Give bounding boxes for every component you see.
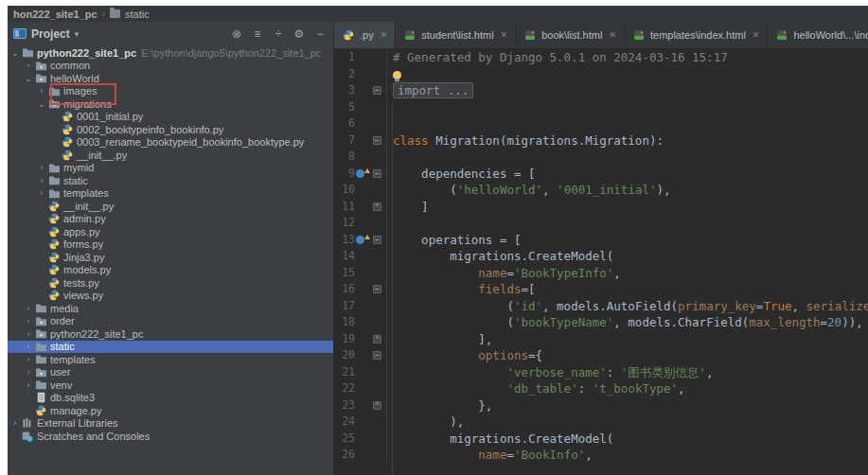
python-icon	[47, 226, 61, 238]
close-tab-icon[interactable]: ✕	[381, 30, 388, 40]
code-editor[interactable]: 1# Generated by Django 5.0.1 on 2024-03-…	[334, 49, 868, 475]
tree-item-0003-rename-booktypeid-bookinfo-booktype-py[interactable]: 0003_rename_booktypeid_bookinfo_booktype…	[8, 136, 333, 150]
fold-collapse-icon[interactable]: −	[373, 169, 381, 178]
tree-item-label: db.sqlite3	[50, 392, 95, 403]
override-gutter-icon[interactable]	[356, 169, 364, 178]
tree-item-python222-site1-pc[interactable]: ⌄python222_site1_pcE:\python\django5\pyt…	[8, 46, 333, 60]
fold-collapse-icon[interactable]: −	[373, 285, 381, 293]
breadcrumb-project[interactable]: hon222_site1_pc	[13, 9, 97, 20]
scratches-icon	[21, 431, 34, 442]
editor-tab-book-list-html[interactable]: book\list.html✕	[516, 22, 625, 48]
chevron-right-icon[interactable]: ›	[36, 163, 47, 172]
tree-item-templates[interactable]: ›templates	[8, 353, 333, 366]
project-panel: Project ▾ ⊗≡÷⚙− ⌄python222_site1_pcE:\py…	[8, 22, 334, 475]
tree-item-0002-booktypeinfo-bookinfo-py[interactable]: 0002_booktypeinfo_bookinfo.py	[8, 123, 333, 136]
tree-item-label: templates	[50, 354, 96, 365]
chevron-right-icon[interactable]: ›	[23, 61, 34, 70]
editor-tab-helloworld-index-html[interactable]: helloWorld\...\index.html✕	[768, 22, 868, 48]
tree-item-apps-py[interactable]: apps.py	[8, 225, 333, 238]
tree-item-label: __init__.py	[77, 150, 127, 161]
tab-label: .py	[360, 29, 374, 41]
tree-item-static[interactable]: ›static	[8, 341, 333, 354]
tree-item-forms-py[interactable]: forms.py	[8, 238, 333, 252]
tree-item-images[interactable]: ›images	[8, 85, 333, 98]
tree-item-common[interactable]: ›common	[8, 60, 333, 73]
chevron-right-icon[interactable]: ›	[23, 367, 34, 377]
fold-collapse-icon[interactable]: −	[373, 86, 381, 95]
code-line-16: 16− fields=[	[334, 281, 868, 298]
override-gutter-icon[interactable]	[356, 236, 364, 244]
chevron-right-icon[interactable]: ›	[23, 380, 34, 390]
chevron-right-icon[interactable]: ›	[23, 304, 34, 313]
intention-bulb-icon[interactable]	[393, 71, 401, 79]
chevron-right-icon[interactable]: ›	[23, 355, 34, 364]
chevron-down-icon[interactable]: ▾	[75, 29, 80, 39]
fold-collapse-icon[interactable]: −	[373, 351, 381, 360]
hide-panel-icon[interactable]: −	[312, 27, 328, 41]
tree-item-label: 0001_initial.py	[77, 111, 143, 122]
tree-item-label: images	[63, 85, 97, 97]
line-number: 16	[334, 281, 355, 298]
tree-item-media[interactable]: ›media	[8, 302, 333, 315]
breadcrumb-folder[interactable]: static	[125, 9, 150, 20]
fold-collapse-icon[interactable]: −	[373, 236, 381, 244]
chevron-right-icon[interactable]: ›	[36, 176, 47, 185]
tree-item-manage-py[interactable]: manage.py	[8, 404, 333, 417]
project-panel-title[interactable]: Project	[31, 27, 70, 41]
chevron-down-icon[interactable]: ⌄	[23, 74, 34, 83]
collapse-all-icon[interactable]: ÷	[271, 27, 286, 41]
tree-item-mymid[interactable]: ›mymid	[8, 162, 333, 175]
fold-end-icon[interactable]: ⌃	[373, 335, 381, 343]
tree-item-views-py[interactable]: views.py	[8, 290, 333, 303]
fold-end-icon[interactable]: ⌃	[373, 202, 381, 211]
tree-item-admin-py[interactable]: admin.py	[8, 213, 333, 226]
chevron-down-icon[interactable]: ⌄	[9, 48, 21, 58]
line-number: 12	[334, 215, 355, 232]
tree-item-python222-site1-pc[interactable]: ›python222_site1_pc	[8, 327, 333, 341]
fold-end-icon[interactable]: ⌃	[373, 401, 381, 410]
locate-icon[interactable]: ⊗	[229, 27, 244, 41]
folder-icon	[34, 303, 47, 314]
tree-item-tests-py[interactable]: tests.py	[8, 276, 333, 290]
tree-item-user[interactable]: ›user	[8, 366, 333, 379]
tree-item-models-py[interactable]: models.py	[8, 264, 333, 277]
code-line-23: 23⌃ },	[334, 397, 868, 414]
libs-icon	[21, 417, 34, 429]
chevron-right-icon[interactable]: ›	[36, 86, 47, 96]
tree-item-external-libraries[interactable]: ›External Libraries	[8, 417, 333, 431]
code-line-24: 24 ),	[334, 413, 868, 431]
chevron-right-icon[interactable]: ›	[23, 329, 34, 339]
python-icon	[342, 29, 355, 41]
tree-item-static[interactable]: ›static	[8, 174, 333, 187]
db-icon	[34, 392, 47, 403]
chevron-right-icon[interactable]: ›	[23, 342, 34, 351]
editor-tab--py[interactable]: .py✕	[334, 22, 396, 48]
settings-gear-icon[interactable]: ⚙	[292, 27, 307, 41]
tree-item-db-sqlite3[interactable]: db.sqlite3	[8, 392, 333, 405]
close-tab-icon[interactable]: ✕	[501, 30, 508, 40]
tree-item-scratches-and-consoles[interactable]: Scratches and Consoles	[8, 430, 333, 443]
editor-tab-templates-index-html[interactable]: templates\index.html✕	[625, 22, 768, 48]
tree-item-venv[interactable]: ›venv	[8, 378, 333, 392]
chevron-right-icon[interactable]: ›	[23, 316, 34, 325]
chevron-down-icon[interactable]: ⌄	[36, 99, 47, 109]
tree-item-0001-initial-py[interactable]: 0001_initial.py	[8, 111, 333, 124]
tree-item--init-py[interactable]: __init__.py	[8, 149, 333, 162]
expand-all-icon[interactable]: ≡	[250, 27, 265, 41]
html-icon	[775, 29, 788, 41]
tree-item-order[interactable]: ›order	[8, 315, 333, 328]
chevron-right-icon[interactable]: ›	[9, 418, 21, 428]
close-tab-icon[interactable]: ✕	[609, 30, 616, 40]
close-tab-icon[interactable]: ✕	[753, 30, 760, 40]
editor-area: .py✕student\list.html✕book\list.html✕tem…	[334, 22, 868, 475]
tree-item-jinja3-py[interactable]: Jinja3.py	[8, 251, 333, 264]
tree-item-label: order	[50, 315, 75, 326]
tree-item-migrations[interactable]: ⌄migrations	[8, 97, 333, 111]
project-root-path: E:\python\django5\python222_site1_pc	[141, 47, 321, 59]
chevron-right-icon[interactable]: ›	[36, 188, 47, 198]
fold-collapse-icon[interactable]: −	[373, 136, 381, 145]
editor-tab-student-list-html[interactable]: student\list.html✕	[396, 22, 516, 48]
tree-item-helloworld[interactable]: ⌄helloWorld	[8, 72, 333, 85]
tree-item-templates[interactable]: ›templates	[8, 187, 333, 201]
tree-item--init-py[interactable]: __init__.py	[8, 200, 333, 213]
